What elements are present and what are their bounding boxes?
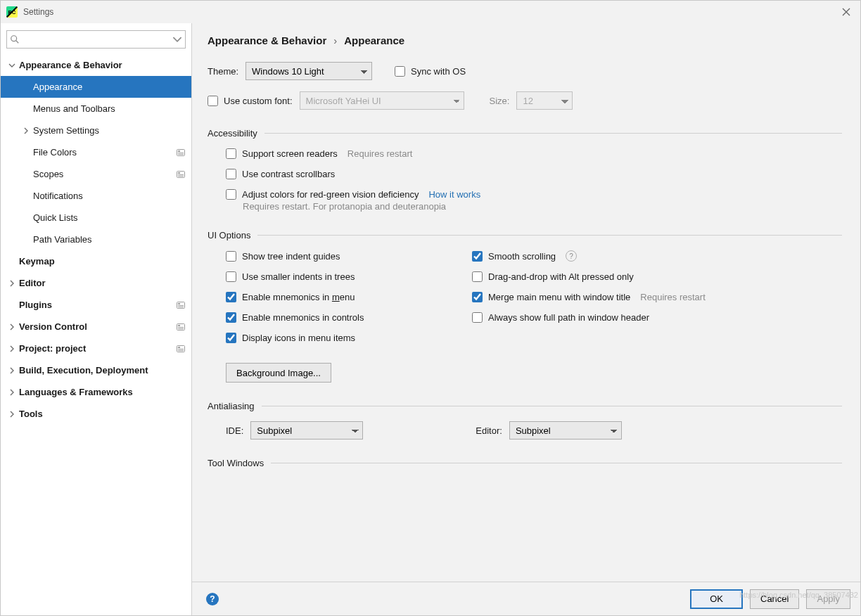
option-mnemonics_menu: Enable mnemonics in menu	[226, 292, 465, 302]
icons_menu-label: Display icons in menu items	[242, 333, 355, 343]
chevron-right-icon[interactable]	[5, 411, 19, 418]
screen-readers-checkbox[interactable]: Support screen readers	[226, 148, 338, 159]
contrast-scroll-checkbox[interactable]: Use contrast scrollbars	[226, 169, 335, 179]
tree_indent-checkbox[interactable]: Show tree indent guides	[226, 251, 340, 262]
cancel-button[interactable]: Cancel	[750, 589, 799, 609]
search-input[interactable]	[20, 31, 172, 48]
dnd_alt-input[interactable]	[472, 271, 483, 282]
svg-rect-10	[178, 303, 180, 304]
aa-editor-select[interactable]: Subpixel	[509, 421, 622, 439]
project-scope-icon	[176, 323, 186, 331]
tree-item-system-settings[interactable]: System Settings	[1, 120, 191, 141]
section-ui-options-label: UI Options	[208, 230, 250, 240]
adjust-colors-checkbox[interactable]: Adjust colors for red-green vision defic…	[226, 189, 419, 200]
how-it-works-link[interactable]: How it works	[428, 189, 480, 200]
mnemonics_menu-label: Enable mnemonics in menu	[242, 292, 355, 302]
tree-item-quick-lists[interactable]: Quick Lists	[1, 207, 191, 229]
close-button[interactable]	[836, 2, 856, 22]
tree-item-label: Menus and Toolbars	[33, 103, 186, 114]
sync-os-input[interactable]	[395, 66, 405, 77]
ok-button[interactable]: OK	[690, 589, 743, 609]
help-button[interactable]: ?	[206, 593, 219, 605]
small_indents-checkbox[interactable]: Use smaller indents in trees	[226, 271, 355, 282]
tree-item-path-variables[interactable]: Path Variables	[1, 229, 191, 250]
icons_menu-input[interactable]	[226, 333, 236, 343]
apply-button[interactable]: Apply	[806, 589, 850, 609]
aa-ide-select[interactable]: Subpixel	[250, 421, 363, 439]
tree-item-label: Path Variables	[33, 234, 186, 245]
svg-rect-6	[178, 172, 180, 174]
tree-item-label: Version Control	[19, 321, 176, 332]
use-custom-font-input[interactable]	[208, 96, 218, 106]
font-size-select[interactable]: 12	[516, 91, 573, 110]
main-scroll[interactable]: Appearance & Behavior › Appearance Theme…	[192, 23, 860, 582]
tree-item-label: File Colors	[33, 147, 176, 158]
merge_menu-input[interactable]	[472, 292, 483, 302]
tree_indent-input[interactable]	[226, 251, 236, 262]
tree-item-appearance-behavior[interactable]: Appearance & Behavior	[1, 54, 191, 76]
merge_menu-checkbox[interactable]: Merge main menu with window title	[472, 292, 630, 302]
project-scope-icon	[176, 171, 186, 178]
close-icon	[842, 8, 850, 16]
settings-tree[interactable]: Appearance & BehaviorAppearanceMenus and…	[1, 53, 191, 615]
full_path-checkbox[interactable]: Always show full path in window header	[472, 312, 649, 323]
small_indents-input[interactable]	[226, 271, 236, 282]
full_path-input[interactable]	[472, 312, 483, 323]
chevron-right-icon[interactable]	[19, 127, 33, 134]
chevron-right-icon[interactable]	[5, 345, 19, 352]
section-accessibility: Accessibility	[208, 128, 842, 139]
smooth-checkbox[interactable]: Smooth scrolling	[472, 251, 556, 262]
option-dnd_alt: Drag-and-drop with Alt pressed only	[472, 271, 842, 282]
tree-item-build-execution-deployment[interactable]: Build, Execution, Deployment	[1, 359, 191, 381]
option-tree_indent: Show tree indent guides	[226, 250, 465, 262]
chevron-right-icon[interactable]	[5, 367, 19, 374]
tree-item-keymap[interactable]: Keymap	[1, 250, 191, 272]
aa-editor-label: Editor:	[476, 425, 502, 436]
svg-point-0	[11, 36, 17, 41]
breadcrumb-current: Appearance	[344, 34, 404, 46]
tree-item-languages-frameworks[interactable]: Languages & Frameworks	[1, 381, 191, 403]
chevron-right-icon[interactable]	[5, 280, 19, 287]
mnemonics_menu-checkbox[interactable]: Enable mnemonics in menu	[226, 292, 355, 302]
contrast-scroll-input[interactable]	[226, 169, 236, 179]
mnemonics_ctrl-input[interactable]	[226, 312, 236, 323]
tree-item-appearance[interactable]: Appearance	[1, 76, 191, 98]
mnemonics_ctrl-label: Enable mnemonics in controls	[242, 312, 364, 323]
mnemonics_menu-input[interactable]	[226, 292, 236, 302]
svg-rect-16	[178, 328, 184, 329]
adjust-colors-label: Adjust colors for red-green vision defic…	[242, 189, 419, 200]
mnemonics_ctrl-checkbox[interactable]: Enable mnemonics in controls	[226, 312, 364, 323]
chevron-right-icon[interactable]	[5, 323, 19, 331]
window-title: Settings	[23, 7, 53, 17]
tree-item-editor[interactable]: Editor	[1, 272, 191, 294]
option-small_indents: Use smaller indents in trees	[226, 271, 465, 282]
adjust-colors-sub: Requires restart. For protanopia and deu…	[226, 201, 842, 212]
main-panel: Appearance & Behavior › Appearance Theme…	[192, 23, 860, 615]
tree-item-project-project[interactable]: Project: project	[1, 338, 191, 359]
chevron-down-icon[interactable]	[5, 62, 19, 69]
sync-os-checkbox[interactable]: Sync with OS	[395, 66, 466, 77]
tree-item-tools[interactable]: Tools	[1, 403, 191, 425]
tree-item-scopes[interactable]: Scopes	[1, 163, 191, 185]
tree-item-menus-and-toolbars[interactable]: Menus and Toolbars	[1, 98, 191, 120]
use-custom-font-checkbox[interactable]: Use custom font:	[208, 96, 293, 106]
font-family-select[interactable]: Microsoft YaHei UI	[300, 91, 464, 110]
theme-select[interactable]: Windows 10 Light	[245, 62, 372, 80]
background-image-button[interactable]: Background Image...	[226, 363, 331, 383]
adjust-colors-input[interactable]	[226, 189, 236, 200]
smooth-input[interactable]	[472, 251, 483, 262]
tree-item-plugins[interactable]: Plugins	[1, 294, 191, 316]
help-icon[interactable]: ?	[566, 250, 577, 262]
tree-item-notifications[interactable]: Notifications	[1, 185, 191, 207]
merge_menu-hint: Requires restart	[640, 292, 705, 302]
screen-readers-input[interactable]	[226, 148, 236, 159]
icons_menu-checkbox[interactable]: Display icons in menu items	[226, 333, 355, 343]
dnd_alt-checkbox[interactable]: Drag-and-drop with Alt pressed only	[472, 271, 634, 282]
tree-item-label: Languages & Frameworks	[19, 387, 186, 397]
tree-item-version-control[interactable]: Version Control	[1, 316, 191, 338]
chevron-right-icon[interactable]	[5, 389, 19, 396]
tree-item-file-colors[interactable]: File Colors	[1, 141, 191, 163]
settings-window: PC Settings Appearance & BehaviorAppeara…	[0, 0, 861, 616]
search-box[interactable]	[6, 30, 186, 49]
screen-readers-label: Support screen readers	[242, 148, 338, 159]
